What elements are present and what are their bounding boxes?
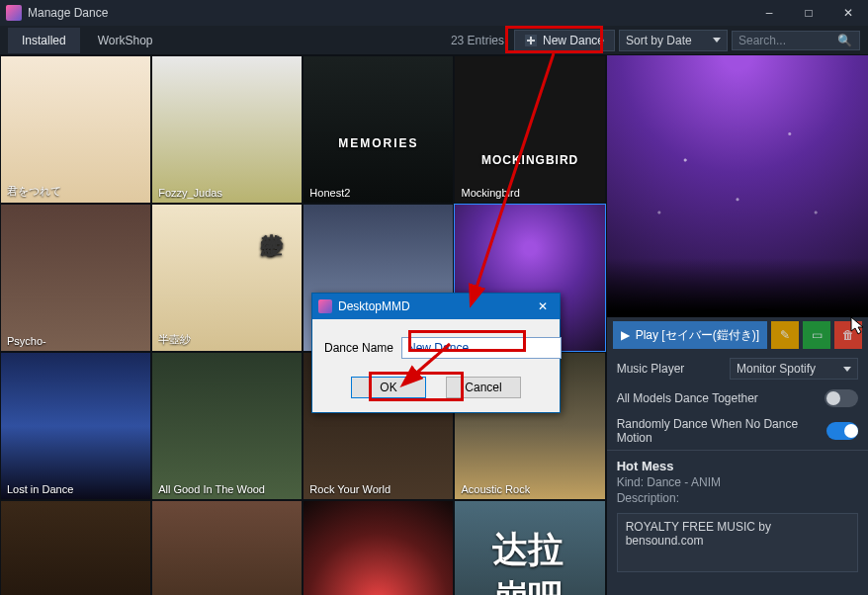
toolbar: Installed WorkShop 23 Entries New Dance … — [0, 26, 868, 55]
dance-name-input[interactable] — [401, 337, 562, 359]
dance-tile-caption: Mockingbird — [461, 187, 519, 199]
ok-button[interactable]: OK — [351, 377, 426, 398]
tab-installed[interactable]: Installed — [8, 28, 80, 53]
dance-tile[interactable]: Fozzy_Judas — [151, 55, 303, 204]
music-player-label: Music Player — [617, 362, 685, 376]
music-player-select[interactable]: Monitor Spotify — [730, 358, 858, 380]
dance-tile[interactable]: 君をつれて — [0, 55, 151, 204]
play-label: Play [セイバー(鎧付き)] — [636, 327, 759, 344]
new-dance-label: New Dance — [543, 34, 604, 47]
dance-tile-caption: All Good In The Wood — [158, 483, 265, 495]
detail-name: Hot Mess — [617, 459, 858, 473]
dialog-app-icon — [318, 299, 332, 313]
random-dance-label: Randomly Dance When No Dance Motion — [617, 417, 826, 445]
dance-tile-caption: 君をつれて — [7, 184, 61, 199]
dance-together-label: All Models Dance Together — [617, 391, 758, 405]
search-icon: 🔍 — [837, 34, 852, 47]
dance-tile-caption: Fozzy_Judas — [158, 187, 222, 199]
new-dance-dialog: DesktopMMD ✕ Dance Name OK Cancel — [311, 293, 561, 413]
dance-tile-caption: Honest2 — [309, 187, 350, 199]
dance-tile[interactable]: Psycho- — [0, 204, 151, 352]
dance-tile[interactable] — [151, 500, 303, 595]
search-box[interactable]: 🔍 — [732, 31, 860, 50]
cancel-button[interactable]: Cancel — [446, 377, 521, 398]
search-input[interactable] — [738, 34, 837, 47]
pencil-icon: ✎ — [780, 328, 790, 342]
dance-tile-caption: Acoustic Rock — [461, 483, 530, 495]
preview-panel: ▶ Play [セイバー(鎧付き)] ✎ ▭ 🗑 Music Player Mo… — [606, 55, 868, 595]
tab-workshop[interactable]: WorkShop — [84, 28, 167, 53]
play-icon: ▶ — [621, 328, 630, 342]
trash-icon: 🗑 — [842, 328, 854, 342]
titlebar: Manage Dance – □ ✕ — [0, 0, 868, 26]
delete-button[interactable]: 🗑 — [834, 321, 862, 349]
minimize-button[interactable]: – — [749, 0, 789, 26]
preview-image — [607, 55, 868, 317]
dance-tile[interactable]: All Good In The Wood — [151, 352, 303, 500]
app-icon — [6, 5, 22, 21]
dance-tile[interactable]: MEMORIESHonest2 — [303, 55, 454, 204]
dance-tile[interactable]: MOCKINGBIRDMockingbird — [454, 55, 605, 204]
detail-desc-label: Description: — [617, 491, 858, 505]
dance-tile-caption: Rock Your World — [309, 483, 391, 495]
close-button[interactable]: ✕ — [828, 0, 868, 26]
dance-tile[interactable]: Lost in Dance — [0, 352, 151, 500]
folder-icon: ▭ — [812, 328, 823, 342]
detail-kind: Kind: Dance - ANIM — [617, 475, 858, 489]
dance-tile-caption: 半壺紗 — [158, 332, 191, 347]
dance-together-toggle[interactable] — [825, 389, 858, 407]
plus-icon — [525, 35, 537, 46]
sort-dropdown[interactable]: Sort by Date — [619, 30, 728, 51]
chevron-down-icon — [713, 38, 721, 42]
music-player-value: Monitor Spotify — [737, 362, 816, 376]
dance-tile[interactable] — [303, 500, 454, 595]
window-title: Manage Dance — [28, 6, 749, 20]
dialog-title: DesktopMMD — [338, 299, 526, 313]
sort-label: Sort by Date — [626, 34, 692, 47]
dance-tile[interactable]: 半壺紗半壺紗 — [151, 204, 303, 352]
play-button[interactable]: ▶ Play [セイバー(鎧付き)] — [613, 321, 767, 349]
dialog-close-button[interactable]: ✕ — [532, 299, 554, 313]
entries-count: 23 Entries — [451, 34, 504, 47]
dance-tile[interactable]: 达拉崩吧 — [454, 500, 605, 595]
dance-tile-caption: Psycho- — [7, 335, 46, 347]
dance-tile-caption: Lost in Dance — [7, 483, 73, 495]
open-folder-button[interactable]: ▭ — [803, 321, 830, 349]
detail-description: ROYALTY FREE MUSIC by bensound.com — [617, 513, 858, 572]
edit-button[interactable]: ✎ — [771, 321, 799, 349]
random-dance-toggle[interactable] — [826, 422, 858, 440]
new-dance-button[interactable]: New Dance — [514, 30, 615, 51]
dance-tile[interactable] — [0, 500, 151, 595]
maximize-button[interactable]: □ — [789, 0, 828, 26]
chevron-down-icon — [843, 367, 851, 372]
dance-name-label: Dance Name — [324, 341, 393, 355]
